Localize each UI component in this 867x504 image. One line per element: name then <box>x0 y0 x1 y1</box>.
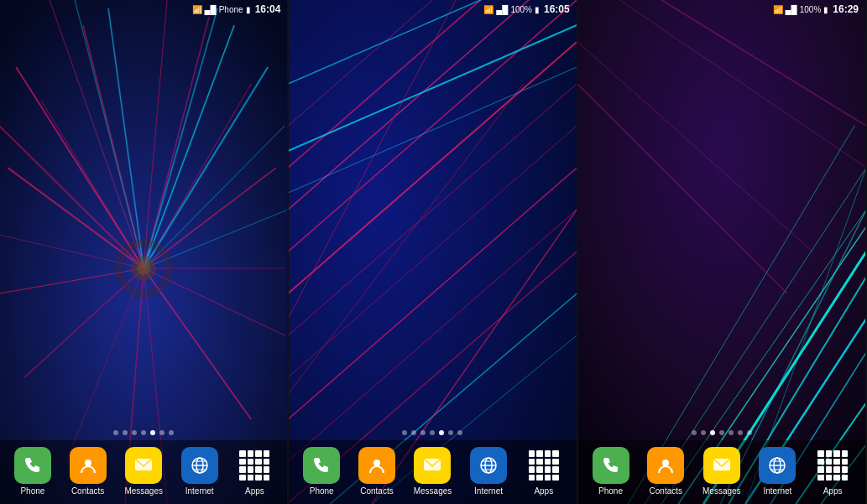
app-internet-3[interactable]: Internet <box>759 447 796 496</box>
dot-1-7 <box>169 430 174 435</box>
dock-2: Phone Contacts Messages Internet <box>289 440 576 504</box>
contacts-label-2: Contacts <box>360 486 393 496</box>
dot-2-4 <box>430 430 435 435</box>
messages-icon-1 <box>125 447 162 484</box>
dot-1-6 <box>159 430 165 435</box>
status-bar-1: 📶 ▄█ Phone ▮ 16:04 <box>0 0 287 18</box>
messages-icon-2 <box>414 447 451 484</box>
wifi-icon-1: 📶 <box>192 5 202 14</box>
dot-3-1 <box>692 430 697 435</box>
status-bar-2: 📶 ▄█ 100% ▮ 16:05 <box>289 0 576 18</box>
dock-1: Phone Contacts <box>0 440 287 504</box>
app-apps-2[interactable]: Apps <box>525 447 562 496</box>
dot-1-4 <box>141 430 146 435</box>
app-contacts-2[interactable]: Contacts <box>358 447 395 496</box>
app-internet-2[interactable]: Internet <box>470 447 507 496</box>
time-1: 16:04 <box>255 3 281 15</box>
app-internet-1[interactable]: Internet <box>181 447 218 496</box>
phone-icon-2 <box>303 447 340 484</box>
app-phone-1[interactable]: Phone <box>14 447 51 496</box>
apps-icon-1 <box>236 447 273 484</box>
app-contacts-3[interactable]: Contacts <box>647 447 684 496</box>
phone-label-1: Phone <box>20 486 44 496</box>
apps-label-2: Apps <box>534 486 553 496</box>
dot-1-1 <box>113 430 118 435</box>
dot-2-5 <box>439 430 444 435</box>
signal-icon-3: ▄█ <box>786 5 797 14</box>
internet-label-2: Internet <box>474 486 503 496</box>
contacts-label-3: Contacts <box>650 486 682 496</box>
time-2: 16:05 <box>544 3 570 15</box>
dot-2-2 <box>411 430 416 435</box>
dot-1-2 <box>123 430 128 435</box>
battery-icon-1: ▮ <box>246 5 251 14</box>
dot-2-3 <box>420 430 426 435</box>
contacts-icon-2 <box>358 447 395 484</box>
internet-label-3: Internet <box>763 486 791 496</box>
apps-label-3: Apps <box>823 486 843 496</box>
svg-point-80 <box>662 460 669 466</box>
status-bar-3: 📶 ▄█ 100% ▮ 16:29 <box>578 0 865 18</box>
app-apps-1[interactable]: Apps <box>236 447 273 496</box>
dot-3-7 <box>747 430 752 435</box>
app-messages-2[interactable]: Messages <box>414 447 452 496</box>
dock-3: Phone Contacts Messages Internet <box>578 440 865 504</box>
contacts-icon-3 <box>647 447 684 484</box>
apps-icon-3 <box>814 447 851 484</box>
dot-1-3 <box>132 430 137 435</box>
app-messages-3[interactable]: Messages <box>702 447 741 496</box>
dot-3-6 <box>738 430 743 435</box>
apps-icon-2 <box>525 447 562 484</box>
apps-label-1: Apps <box>245 486 264 496</box>
dot-3-2 <box>701 430 706 435</box>
dock-area-2: Phone Contacts Messages Internet <box>289 425 576 504</box>
wifi-icon-3: 📶 <box>773 5 783 14</box>
dot-1-5 <box>150 430 155 435</box>
contacts-label-1: Contacts <box>71 486 104 496</box>
phone-label-2: Phone <box>310 486 334 496</box>
svg-point-56 <box>373 460 380 466</box>
phone-screen-2: 📶 ▄█ 100% ▮ 16:05 Phone <box>289 0 577 504</box>
phone-screen-3: 📶 ▄█ 100% ▮ 16:29 Phone <box>578 0 867 504</box>
app-apps-3[interactable]: Apps <box>814 447 851 496</box>
app-phone-2[interactable]: Phone <box>303 447 340 496</box>
page-indicators-3 <box>578 425 865 440</box>
dot-2-7 <box>457 430 462 435</box>
phone-label-3: Phone <box>598 486 623 496</box>
internet-icon-2 <box>470 447 507 484</box>
dot-3-5 <box>729 430 734 435</box>
dock-area-1: Phone Contacts <box>0 425 287 504</box>
dot-2-6 <box>448 430 453 435</box>
svg-point-30 <box>85 460 91 466</box>
messages-icon-3 <box>703 447 740 484</box>
battery-pct-2: 100% <box>510 5 532 14</box>
internet-label-1: Internet <box>185 486 214 496</box>
battery-pct-1: Phone <box>219 5 243 14</box>
wifi-icon-2: 📶 <box>483 5 494 14</box>
battery-icon-3: ▮ <box>823 5 828 14</box>
app-phone-3[interactable]: Phone <box>593 447 629 496</box>
dot-3-3 <box>710 430 715 435</box>
messages-label-3: Messages <box>702 486 741 496</box>
phone-icon-3 <box>593 447 629 484</box>
app-messages-1[interactable]: Messages <box>124 447 163 496</box>
dock-area-3: Phone Contacts Messages Internet <box>578 425 865 504</box>
page-indicators-2 <box>289 425 576 440</box>
page-indicators-1 <box>0 425 287 440</box>
dot-2-1 <box>402 430 407 435</box>
signal-icon-2: ▄█ <box>496 5 508 14</box>
messages-label-2: Messages <box>414 486 452 496</box>
app-contacts-1[interactable]: Contacts <box>70 447 107 496</box>
messages-label-1: Messages <box>124 486 163 496</box>
internet-icon-3 <box>759 447 796 484</box>
signal-icon-1: ▄█ <box>205 5 217 14</box>
internet-icon-1 <box>181 447 218 484</box>
time-3: 16:29 <box>833 3 859 15</box>
contacts-icon-1 <box>70 447 107 484</box>
phone-icon-1 <box>14 447 51 484</box>
dot-3-4 <box>719 430 724 435</box>
battery-icon-2: ▮ <box>535 5 540 14</box>
svg-point-28 <box>137 262 150 275</box>
battery-pct-3: 100% <box>800 5 822 14</box>
phone-screen-1: 📶 ▄█ Phone ▮ 16:04 Phone <box>0 0 289 504</box>
